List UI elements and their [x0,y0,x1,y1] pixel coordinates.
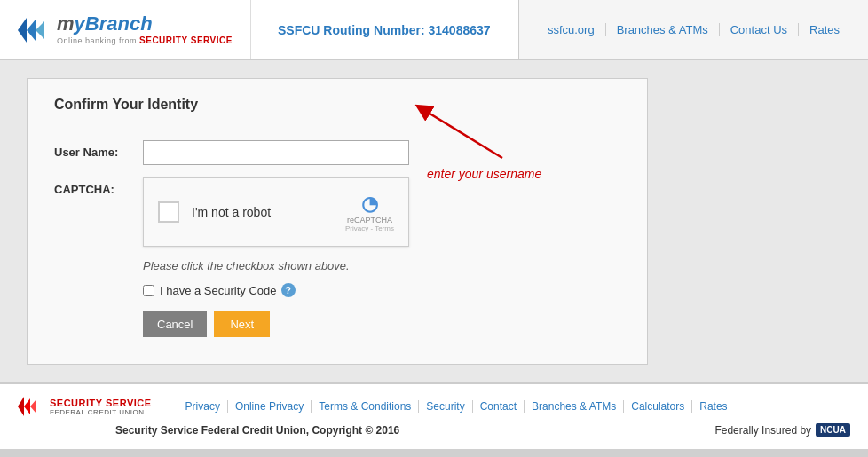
logo-my: my [57,14,85,34]
footer-top: SECURITY SERVICE FEDERAL CREDIT UNION Pr… [18,397,850,416]
header-nav: ssfcu.org Branches & ATMs Contact Us Rat… [518,0,868,59]
username-input[interactable] [143,140,409,165]
recaptcha-links: Privacy - Terms [345,225,394,232]
recaptcha-icon: ◔ [361,193,378,216]
footer-nav: Privacy Online Privacy Terms & Condition… [178,400,850,413]
svg-marker-1 [27,20,36,41]
next-button[interactable]: Next [214,311,270,337]
footer-link-branches[interactable]: Branches & ATMs [525,400,624,413]
recaptcha-brand: reCAPTCHA [347,216,392,225]
logo-text: my Branch Online banking from SECURITY S… [57,14,233,45]
footer-bottom: Security Service Federal Credit Union, C… [115,423,850,437]
footer: SECURITY SERVICE FEDERAL CREDIT UNION Pr… [0,382,868,449]
nav-ssfcu-org[interactable]: ssfcu.org [537,23,606,36]
security-code-help-icon[interactable]: ? [281,283,296,297]
svg-marker-5 [18,397,24,416]
footer-link-rates[interactable]: Rates [692,400,734,413]
footer-link-calculators[interactable]: Calculators [624,400,692,413]
content-box: Confirm Your Identity User Name: [27,78,648,365]
footer-copyright: Security Service Federal Credit Union, C… [115,424,399,437]
logo-icon [18,18,50,43]
security-code-row: I have a Security Code ? [143,283,620,297]
routing-info: SSFCU Routing Number: 314088637 [251,0,518,59]
nav-branches-atms[interactable]: Branches & ATMs [606,23,720,36]
validation-text: Please click the checkbox shown above. [143,259,620,272]
svg-marker-0 [18,18,27,43]
footer-security-label: SECURITY SERVICE [50,398,152,408]
svg-marker-6 [24,398,30,414]
page-title: Confirm Your Identity [54,97,620,122]
nav-rates[interactable]: Rates [799,23,850,36]
footer-logo: SECURITY SERVICE FEDERAL CREDIT UNION [18,397,152,416]
routing-label: SSFCU Routing Number: [278,23,425,37]
footer-link-online-privacy[interactable]: Online Privacy [228,400,312,413]
svg-marker-7 [30,399,36,414]
security-code-checkbox[interactable] [143,285,154,296]
footer-link-security[interactable]: Security [419,400,472,413]
footer-link-terms[interactable]: Terms & Conditions [312,400,419,413]
buttons-row: Cancel Next [143,311,620,337]
captcha-row: CAPTCHA: I'm not a robot ◔ reCAPTCHA Pri… [54,177,620,247]
cancel-button[interactable]: Cancel [143,311,207,337]
footer-fcu-label: FEDERAL CREDIT UNION [50,408,152,416]
captcha-checkbox[interactable] [158,201,179,223]
captcha-label: CAPTCHA: [54,177,143,196]
footer-link-privacy[interactable]: Privacy [178,400,228,413]
security-code-label: I have a Security Code [160,284,277,297]
username-label: User Name: [54,140,143,159]
nav-contact-us[interactable]: Contact Us [720,23,799,36]
footer-logo-text: SECURITY SERVICE FEDERAL CREDIT UNION [50,398,152,416]
username-row: User Name: enter yo [54,140,620,165]
logo-area: my Branch Online banking from SECURITY S… [0,0,251,59]
captcha-text: I'm not a robot [192,205,345,219]
logo-subtitle: Online banking from SECURITY SERVICE [57,35,233,45]
logo-branch: Branch [85,14,153,34]
header: my Branch Online banking from SECURITY S… [0,0,868,60]
captcha-box: I'm not a robot ◔ reCAPTCHA Privacy - Te… [143,177,409,247]
footer-link-contact[interactable]: Contact [473,400,525,413]
svg-marker-2 [36,21,44,39]
routing-number: 314088637 [429,23,491,37]
ncua-badge: Federally Insured by NCUA [714,423,850,437]
footer-logo-icon [18,397,43,416]
ncua-box: NCUA [816,423,850,437]
username-control-wrap: enter your username [143,140,620,165]
captcha-logo: ◔ reCAPTCHA Privacy - Terms [345,193,394,232]
main-wrapper: Confirm Your Identity User Name: [0,60,868,382]
captcha-control-wrap: I'm not a robot ◔ reCAPTCHA Privacy - Te… [143,177,620,247]
